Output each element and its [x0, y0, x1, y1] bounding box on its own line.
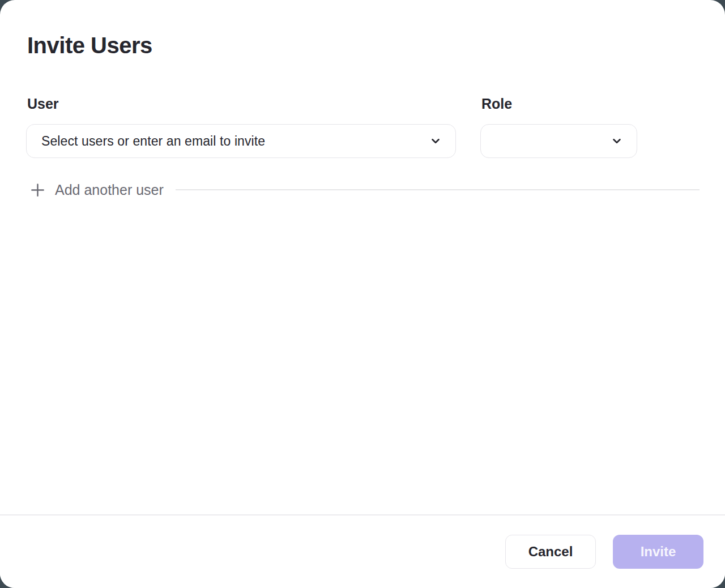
add-another-user-label: Add another user	[55, 182, 164, 198]
role-select[interactable]	[480, 124, 637, 158]
modal-body: Invite Users User Select users or enter …	[0, 32, 725, 207]
add-another-user-row: Add another user	[26, 173, 700, 207]
invite-users-modal: Invite Users User Select users or enter …	[0, 0, 725, 588]
invite-fields-row: User Select users or enter an email to i…	[26, 95, 700, 158]
user-field-group: User Select users or enter an email to i…	[26, 95, 456, 158]
modal-footer: Cancel Invite	[0, 514, 725, 588]
modal-title: Invite Users	[27, 32, 700, 59]
role-label: Role	[481, 95, 637, 112]
chevron-down-icon	[611, 135, 623, 147]
divider-line	[176, 189, 700, 190]
role-field-group: Role	[480, 95, 637, 158]
cancel-button[interactable]: Cancel	[505, 535, 596, 569]
chevron-down-icon	[429, 135, 442, 147]
user-label: User	[27, 95, 456, 112]
invite-button[interactable]: Invite	[613, 535, 703, 569]
user-select-placeholder: Select users or enter an email to invite	[41, 134, 429, 149]
user-select[interactable]: Select users or enter an email to invite	[26, 124, 456, 158]
add-another-user-button[interactable]: Add another user	[30, 182, 164, 198]
plus-icon	[30, 182, 45, 198]
